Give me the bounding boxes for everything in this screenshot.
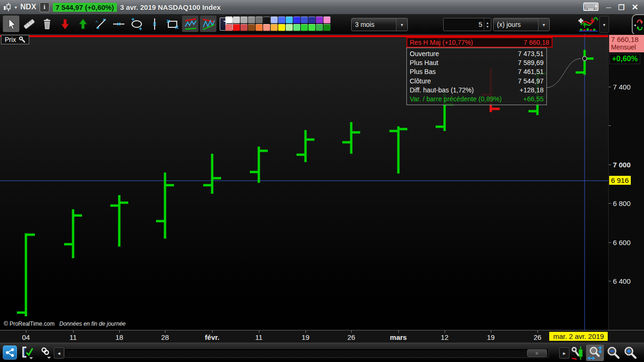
price-axis-label: 6 600 bbox=[613, 238, 631, 246]
color-swatch[interactable] bbox=[233, 24, 240, 31]
spin-down-icon[interactable]: ▼ bbox=[486, 25, 489, 28]
keyboard-icon[interactable]: ⌨ bbox=[583, 1, 599, 13]
color-swatch[interactable] bbox=[240, 16, 248, 24]
info-button[interactable]: i bbox=[40, 2, 50, 12]
color-swatch[interactable] bbox=[286, 16, 293, 24]
delete-tool-button[interactable] bbox=[39, 16, 55, 32]
resistance-value: 7 660,18 bbox=[524, 39, 550, 46]
selected-bar-marker bbox=[583, 57, 587, 61]
zoom-out-icon bbox=[606, 346, 620, 360]
vertical-line-tool-button[interactable] bbox=[146, 16, 163, 32]
chart-properties-button[interactable] bbox=[570, 345, 585, 361]
wrench-icon bbox=[19, 36, 25, 43]
color-swatch[interactable] bbox=[323, 16, 330, 24]
zoom-in-button[interactable] bbox=[622, 345, 638, 361]
tooltip-row-value: +128,18 bbox=[520, 86, 544, 94]
color-swatch[interactable] bbox=[248, 24, 255, 31]
color-swatch[interactable] bbox=[278, 16, 285, 24]
color-swatch[interactable] bbox=[278, 24, 285, 31]
time-axis-tick bbox=[537, 330, 538, 333]
panel-collapse-icon: ◂ bbox=[634, 23, 636, 27]
color-swatch[interactable] bbox=[308, 24, 315, 31]
price-axis[interactable]: 7 660,18 Mensuel +0,60% 6 916 7 4007 000… bbox=[608, 34, 644, 330]
bar-size-input[interactable] bbox=[444, 20, 484, 29]
select-tool-button[interactable] bbox=[3, 16, 19, 32]
spin-up-icon[interactable]: ▲ bbox=[486, 21, 489, 25]
minimize-button[interactable]: ─ bbox=[606, 4, 611, 11]
bar-size-spinner[interactable]: ▲ ▼ bbox=[484, 18, 491, 31]
price-axis-tick bbox=[609, 242, 611, 243]
color-swatch[interactable] bbox=[225, 24, 232, 31]
zoom-selection-button[interactable] bbox=[586, 345, 604, 361]
color-swatch[interactable] bbox=[323, 24, 330, 31]
channel-tool-button[interactable] bbox=[182, 16, 198, 32]
trendline-tool-button[interactable] bbox=[92, 16, 109, 32]
buy-arrow-tool-button[interactable] bbox=[74, 16, 91, 32]
time-axis-label: févr. bbox=[205, 333, 220, 341]
candlestick-icon[interactable] bbox=[3, 2, 11, 12]
link-button[interactable] bbox=[39, 346, 53, 360]
color-swatch[interactable] bbox=[271, 24, 278, 31]
ellipse-icon bbox=[130, 17, 144, 31]
share-button[interactable] bbox=[3, 346, 17, 360]
tooltip-row-label: Var. / barre précédente (0,89%) bbox=[410, 95, 502, 103]
time-axis-tick bbox=[305, 330, 306, 333]
color-swatch[interactable] bbox=[225, 16, 232, 24]
color-swatch[interactable] bbox=[263, 24, 270, 31]
time-axis-label: 11 bbox=[69, 333, 77, 341]
time-axis-label: 19 bbox=[487, 333, 495, 341]
horizontal-line-tool-button[interactable] bbox=[110, 16, 127, 32]
color-swatch[interactable] bbox=[286, 24, 293, 31]
restore-button[interactable]: ❐ bbox=[618, 4, 624, 11]
tooltip-row: Plus Bas7 461,51 bbox=[407, 67, 546, 76]
right-arrow-icon: ▸ bbox=[563, 350, 566, 356]
measure-tool-button[interactable] bbox=[21, 16, 37, 32]
scroll-right-button[interactable]: ▸ bbox=[559, 347, 570, 359]
caret-down-icon: ▾ bbox=[603, 22, 605, 27]
indicator-dropdown-caret[interactable]: ▾ bbox=[599, 16, 609, 33]
horizontal-scrollbar[interactable]: ≡ bbox=[64, 348, 549, 358]
zoom-out-button[interactable] bbox=[605, 345, 621, 361]
color-swatch[interactable] bbox=[301, 16, 308, 24]
bar-size-stepper[interactable]: ▲ ▼ bbox=[443, 18, 491, 31]
time-axis[interactable]: mar. 2 avr. 2019 04111828févr.111926mars… bbox=[0, 330, 644, 343]
color-swatch[interactable] bbox=[293, 24, 300, 31]
price-pane-label[interactable]: Prix bbox=[1, 35, 29, 44]
color-swatch[interactable] bbox=[240, 24, 248, 31]
ruler-icon bbox=[23, 17, 36, 31]
time-axis-tick bbox=[165, 330, 165, 333]
color-swatch[interactable] bbox=[233, 16, 240, 24]
color-swatch[interactable] bbox=[256, 16, 263, 24]
scrollbar-thumb[interactable]: ≡ bbox=[527, 349, 547, 357]
color-swatch[interactable] bbox=[301, 24, 308, 31]
rectangle-tool-button[interactable] bbox=[164, 16, 181, 32]
bracket-check-icon bbox=[21, 346, 35, 359]
color-swatch[interactable] bbox=[316, 16, 323, 24]
time-axis-label: mars bbox=[390, 333, 407, 341]
add-indicator-button[interactable] bbox=[578, 16, 599, 32]
side-panel-toggle[interactable]: ◂ bbox=[632, 14, 644, 35]
chart-attribution: © ProRealTime.comDonnées en fin de journ… bbox=[4, 321, 126, 327]
screenshot-button[interactable] bbox=[20, 346, 36, 360]
scroll-left-button[interactable]: ◂ bbox=[54, 347, 64, 359]
color-swatch[interactable] bbox=[316, 24, 323, 31]
resistance-label-box[interactable]: Res H Maj (+10,77%) 7 660,18 bbox=[406, 37, 553, 48]
color-swatch[interactable] bbox=[256, 24, 263, 31]
unit-select[interactable]: (x) jours ▾ bbox=[493, 18, 550, 31]
color-swatch[interactable] bbox=[248, 16, 255, 24]
sell-arrow-tool-button[interactable] bbox=[57, 16, 73, 32]
price-chart[interactable]: Prix Res H Maj (+10,77%) 7 660,18 Ouvert… bbox=[0, 34, 608, 330]
color-swatch[interactable] bbox=[263, 16, 270, 24]
close-button[interactable]: ✕ bbox=[632, 3, 638, 11]
color-swatch[interactable] bbox=[293, 16, 300, 24]
time-axis-label: 26 bbox=[534, 333, 542, 341]
tooltip-row-label: Clôture bbox=[410, 77, 431, 85]
color-swatch[interactable] bbox=[308, 16, 315, 24]
color-swatch[interactable] bbox=[271, 16, 278, 24]
ellipse-tool-button[interactable] bbox=[128, 16, 145, 32]
fan-tool-button[interactable] bbox=[200, 16, 216, 32]
price-axis-label: 6 400 bbox=[613, 277, 631, 285]
time-axis-label: 19 bbox=[302, 333, 310, 341]
period-select[interactable]: 3 mois ▾ bbox=[351, 18, 408, 31]
symbol-dropdown-caret[interactable]: ▾ bbox=[15, 5, 17, 10]
